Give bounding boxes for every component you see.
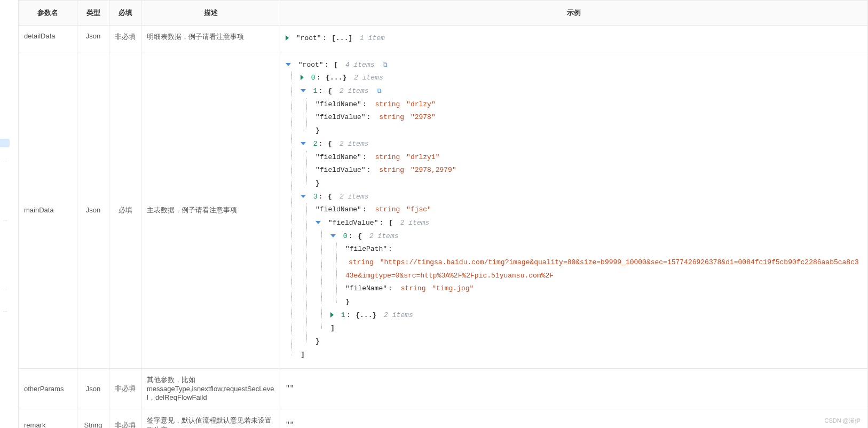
cell-example: "" <box>280 409 868 428</box>
json-type: string <box>375 205 400 213</box>
item-count: 2 items <box>369 232 399 240</box>
th-type: 类型 <box>77 1 109 26</box>
json-type: string <box>401 284 426 292</box>
json-index: 3 <box>313 193 318 201</box>
json-key: "fieldName" <box>315 100 361 108</box>
json-empty: "" <box>286 421 294 428</box>
gutter-dots: ··· <box>3 219 7 222</box>
collapsed-brackets[interactable]: {...} <box>356 311 376 319</box>
item-count: 2 items <box>384 311 413 319</box>
th-example: 示例 <box>280 1 868 26</box>
collapse-icon[interactable] <box>301 142 306 145</box>
copy-icon[interactable]: ⧉ <box>377 85 382 98</box>
collapse-icon[interactable] <box>315 221 321 224</box>
json-string-value: "https://timgsa.baidu.com/timg?image&qua… <box>345 258 859 280</box>
item-count: 4 items <box>345 61 375 69</box>
json-key: "fieldValue" <box>315 166 366 174</box>
json-type: string <box>375 100 400 108</box>
json-index: 0 <box>343 232 348 240</box>
json-key: "fieldName" <box>315 153 361 161</box>
cell-desc: 明细表数据，例子请看注意事项 <box>141 26 280 52</box>
cell-required: 非必填 <box>109 368 141 409</box>
cell-example: "root": [ 4 items ⧉ 0: {...} 2 items <box>280 52 868 368</box>
collapsed-brackets[interactable]: {...} <box>326 74 346 82</box>
json-key: "fieldValue" <box>328 219 378 227</box>
cell-desc: 签字意见，默认值流程默认意见若未设置则为空 <box>141 409 280 428</box>
expand-icon[interactable] <box>286 35 289 41</box>
item-count: 2 items <box>340 140 369 148</box>
cell-name: detailData <box>19 26 77 52</box>
json-key: "fieldName" <box>315 205 361 213</box>
cell-desc: 主表数据，例子请看注意事项 <box>141 52 280 368</box>
json-key: "fileName" <box>345 284 387 292</box>
json-type: string <box>349 258 374 266</box>
cell-required: 非必填 <box>109 26 141 52</box>
json-index: 1 <box>313 87 318 95</box>
json-tree-maindata: "root": [ 4 items ⧉ 0: {...} 2 items <box>286 59 862 362</box>
json-string-value: "drlzy1" <box>406 153 439 161</box>
watermark: CSDN @漫伊 <box>825 417 861 425</box>
collapse-icon[interactable] <box>301 195 306 198</box>
collapsed-brackets[interactable]: [...] <box>332 34 352 42</box>
json-index: 0 <box>311 74 315 82</box>
th-required: 必填 <box>109 1 141 26</box>
copy-icon[interactable]: ⧉ <box>383 59 388 72</box>
cell-name: remark <box>19 409 77 428</box>
cell-required: 非必填 <box>109 409 141 428</box>
cell-example: "" <box>280 368 868 409</box>
json-tree-detaildata: "root": [...] 1 item <box>286 32 862 45</box>
json-type: string <box>375 153 400 161</box>
item-count: 2 items <box>340 193 369 201</box>
expand-icon[interactable] <box>330 312 334 318</box>
item-count: 2 items <box>354 74 383 82</box>
cell-required: 必填 <box>109 52 141 368</box>
collapse-icon[interactable] <box>330 234 336 237</box>
table-row: otherParams Json 非必填 其他参数，比如messageType,… <box>19 368 868 409</box>
json-type: string <box>379 113 404 121</box>
json-string-value: "fjsc" <box>406 205 431 213</box>
json-string-value: "2978" <box>411 113 436 121</box>
collapse-icon[interactable] <box>286 63 291 66</box>
json-string-value: "timg.jpg" <box>432 284 474 292</box>
json-key: "filePath" <box>345 245 387 253</box>
gutter-dots: ··· <box>3 288 7 291</box>
item-count: 2 items <box>400 219 430 227</box>
cell-type: String <box>77 409 109 428</box>
side-tab[interactable] <box>0 139 10 147</box>
json-type: string <box>379 166 404 174</box>
cell-name: otherParams <box>19 368 77 409</box>
table-row: remark String 非必填 签字意见，默认值流程默认意见若未设置则为空 … <box>19 409 868 428</box>
json-key: "fieldValue" <box>315 113 366 121</box>
th-name: 参数名 <box>19 1 77 26</box>
json-key: "root" <box>298 61 323 69</box>
left-gutter: ··· ··· ··· ··· <box>0 0 15 428</box>
collapse-icon[interactable] <box>301 89 306 92</box>
params-table: 参数名 类型 必填 描述 示例 detailData Json 非必填 明细表数… <box>18 0 868 428</box>
th-desc: 描述 <box>141 1 280 26</box>
cell-name: mainData <box>19 52 77 368</box>
expand-icon[interactable] <box>301 75 304 80</box>
gutter-dots: ··· <box>3 310 7 313</box>
json-string-value: "2978,2979" <box>411 166 456 174</box>
json-index: 2 <box>313 140 318 148</box>
table-row: mainData Json 必填 主表数据，例子请看注意事项 "root": [… <box>19 52 868 368</box>
table-row: detailData Json 非必填 明细表数据，例子请看注意事项 "root… <box>19 26 868 52</box>
item-count: 2 items <box>340 87 369 95</box>
cell-desc: 其他参数，比如messageType,isnextflow,requestSec… <box>141 368 280 409</box>
gutter-dots: ··· <box>3 160 7 163</box>
json-empty: "" <box>286 384 294 392</box>
cell-type: Json <box>77 52 109 368</box>
json-index: 1 <box>341 311 345 319</box>
json-string-value: "drlzy" <box>406 100 436 108</box>
json-key: "root" <box>296 34 321 42</box>
cell-type: Json <box>77 26 109 52</box>
cell-type: Json <box>77 368 109 409</box>
item-count: 1 item <box>360 34 385 42</box>
cell-example: "root": [...] 1 item <box>280 26 868 52</box>
table-header-row: 参数名 类型 必填 描述 示例 <box>19 1 868 26</box>
